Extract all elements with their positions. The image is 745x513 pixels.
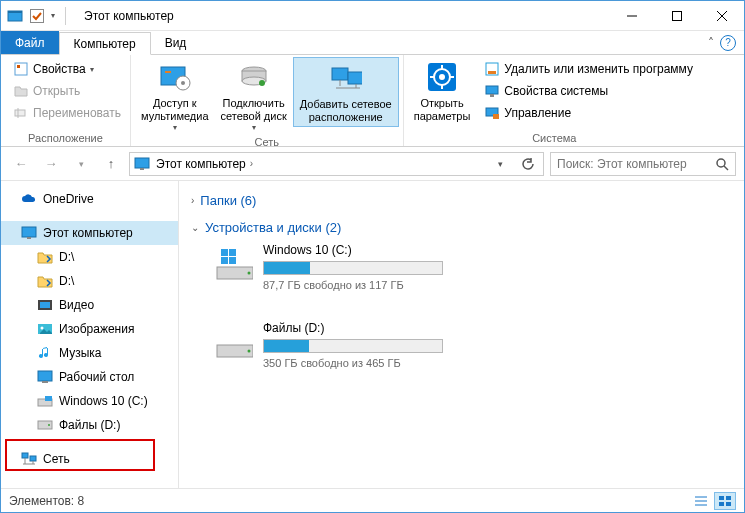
- sidebar-item-music[interactable]: Музыка: [1, 341, 178, 365]
- drive-free-text: 350 ГБ свободно из 465 ГБ: [263, 357, 463, 369]
- search-box[interactable]: [550, 152, 736, 176]
- group-header-drives[interactable]: ⌄ Устройства и диски (2): [191, 216, 732, 243]
- map-drive-label: Подключить сетевой диск: [221, 97, 287, 123]
- media-access-button[interactable]: Доступ к мультимедиа ▾: [135, 57, 215, 134]
- chevron-right-icon: ›: [191, 195, 194, 206]
- sidebar-item-pictures[interactable]: Изображения: [1, 317, 178, 341]
- close-button[interactable]: [699, 1, 744, 31]
- view-icons-button[interactable]: [714, 492, 736, 510]
- search-icon[interactable]: [715, 157, 729, 171]
- sysprops-icon: [484, 83, 500, 99]
- svg-rect-62: [221, 257, 228, 264]
- qat-dropdown-icon[interactable]: ▾: [51, 11, 55, 20]
- maximize-button[interactable]: [654, 1, 699, 31]
- sidebar-item-video[interactable]: Видео: [1, 293, 178, 317]
- sidebar-item-network[interactable]: Сеть: [1, 447, 178, 471]
- view-details-button[interactable]: [690, 492, 712, 510]
- svg-rect-47: [38, 371, 52, 381]
- sidebar-item-cdrive[interactable]: Windows 10 (C:): [1, 389, 178, 413]
- view-switcher: [690, 492, 736, 510]
- svg-rect-19: [332, 68, 348, 80]
- tab-view[interactable]: Вид: [151, 31, 201, 54]
- navigation-bar: ← → ▾ ↑ Этот компьютер › ▾: [1, 147, 744, 181]
- sidebar-label: OneDrive: [43, 192, 94, 206]
- svg-rect-71: [719, 502, 724, 506]
- drive-name: Windows 10 (C:): [263, 243, 463, 257]
- content-pane[interactable]: › Папки (6) ⌄ Устройства и диски (2) Win…: [179, 181, 744, 488]
- open-settings-button[interactable]: Открыть параметры: [408, 57, 477, 125]
- ribbon-group-system: Открыть параметры Удалить или изменить п…: [404, 55, 705, 146]
- open-icon: [13, 83, 29, 99]
- rename-label: Переименовать: [33, 106, 121, 120]
- properties-label: Свойства: [33, 62, 86, 76]
- sysprops-button[interactable]: Свойства системы: [480, 81, 697, 101]
- video-icon: [37, 297, 53, 313]
- svg-rect-70: [726, 496, 731, 500]
- add-location-label: Добавить сетевое расположение: [300, 98, 392, 124]
- drive-item[interactable]: Windows 10 (C:) 87,7 ГБ свободно из 117 …: [213, 243, 463, 291]
- title-bar: ▾ Этот компьютер: [1, 1, 744, 31]
- chevron-right-icon: ›: [250, 158, 253, 169]
- folder-link-icon: [37, 273, 53, 289]
- drive-icon: [37, 417, 53, 433]
- network-location-icon: [330, 62, 362, 94]
- help-icon[interactable]: ?: [720, 35, 736, 51]
- svg-point-26: [439, 74, 445, 80]
- music-icon: [37, 345, 53, 361]
- sidebar-item-thispc[interactable]: Этот компьютер: [1, 221, 178, 245]
- search-input[interactable]: [557, 157, 715, 171]
- recent-locations-button[interactable]: ▾: [69, 152, 93, 176]
- qat-checkbox-icon[interactable]: [29, 8, 45, 24]
- drives-list: Windows 10 (C:) 87,7 ГБ свободно из 117 …: [191, 243, 732, 369]
- properties-button[interactable]: Свойства ▾: [9, 59, 125, 79]
- rename-icon: [13, 105, 29, 121]
- drive-name: Файлы (D:): [263, 321, 463, 335]
- breadcrumb-root[interactable]: Этот компьютер ›: [156, 157, 253, 171]
- up-button[interactable]: ↑: [99, 152, 123, 176]
- address-bar[interactable]: Этот компьютер › ▾: [129, 152, 544, 176]
- svg-line-40: [724, 166, 728, 170]
- sidebar-label: Видео: [59, 298, 94, 312]
- ribbon-tabs: Файл Компьютер Вид ˄ ?: [1, 31, 744, 55]
- status-bar: Элементов: 8: [1, 488, 744, 512]
- sidebar-item-d1[interactable]: D:\: [1, 245, 178, 269]
- forward-button[interactable]: →: [39, 152, 63, 176]
- address-dropdown-button[interactable]: ▾: [489, 153, 511, 175]
- ribbon-group-location: Свойства ▾ Открыть Переименовать Располо…: [1, 55, 131, 146]
- sidebar-label: Этот компьютер: [43, 226, 133, 240]
- svg-point-46: [41, 327, 44, 330]
- tab-file[interactable]: Файл: [1, 31, 59, 54]
- back-button[interactable]: ←: [9, 152, 33, 176]
- svg-point-13: [181, 81, 185, 85]
- manage-button[interactable]: Управление: [480, 103, 697, 123]
- map-drive-button[interactable]: Подключить сетевой диск ▾: [215, 57, 293, 134]
- svg-rect-69: [719, 496, 724, 500]
- minimize-button[interactable]: [609, 1, 654, 31]
- svg-rect-54: [30, 456, 36, 461]
- svg-rect-7: [15, 63, 27, 75]
- sidebar-item-desktop[interactable]: Рабочий стол: [1, 365, 178, 389]
- svg-rect-42: [27, 237, 31, 239]
- app-icon: [7, 8, 23, 24]
- svg-point-65: [248, 350, 251, 353]
- tab-computer[interactable]: Компьютер: [59, 32, 151, 55]
- refresh-button[interactable]: [517, 153, 539, 175]
- group-header-folders[interactable]: › Папки (6): [191, 189, 732, 216]
- open-button[interactable]: Открыть: [9, 81, 125, 101]
- navigation-pane: OneDrive Этот компьютер D:\ D:\ Видео Из…: [1, 181, 179, 488]
- sidebar-item-onedrive[interactable]: OneDrive: [1, 187, 178, 211]
- separator: [65, 7, 66, 25]
- svg-rect-38: [140, 168, 144, 170]
- uninstall-button[interactable]: Удалить или изменить программу: [480, 59, 697, 79]
- drive-item[interactable]: Файлы (D:) 350 ГБ свободно из 465 ГБ: [213, 321, 463, 369]
- add-network-location-button[interactable]: Добавить сетевое расположение: [293, 57, 399, 127]
- svg-rect-48: [42, 381, 48, 383]
- ribbon-collapse-icon[interactable]: ˄: [708, 36, 714, 50]
- group-label-network: Сеть: [135, 134, 399, 150]
- sidebar-label: Сеть: [43, 452, 70, 466]
- svg-point-52: [48, 424, 50, 426]
- sidebar-item-d2[interactable]: D:\: [1, 269, 178, 293]
- rename-button[interactable]: Переименовать: [9, 103, 125, 123]
- sidebar-item-ddrive[interactable]: Файлы (D:): [1, 413, 178, 437]
- svg-rect-20: [348, 72, 362, 84]
